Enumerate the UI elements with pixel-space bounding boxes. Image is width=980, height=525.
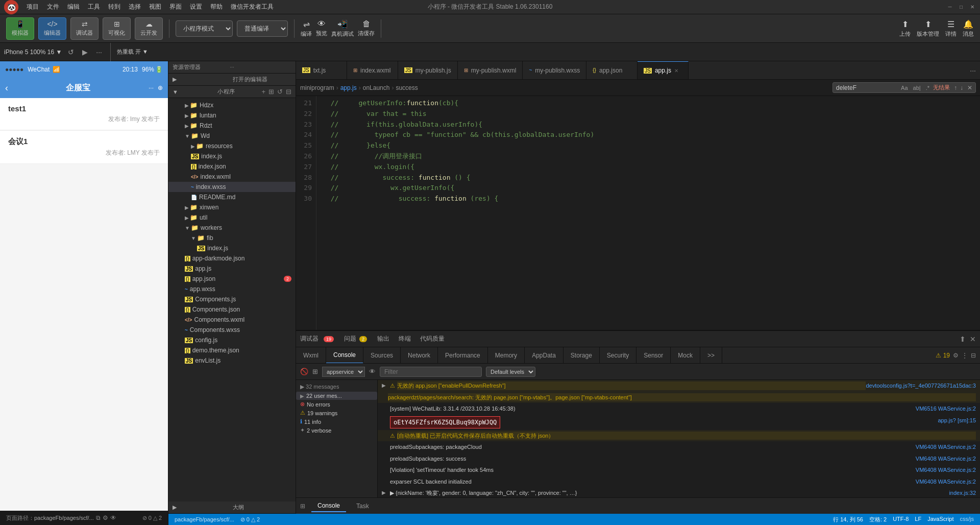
refresh-button[interactable]: ↺	[277, 88, 283, 96]
console-link-highlighted[interactable]: app.js? [sm]:15	[938, 416, 976, 425]
tab-my-publish-wxss[interactable]: ~ my-publish.wxss	[523, 61, 586, 80]
tree-item-wd-index-json[interactable]: {} index.json	[168, 161, 296, 172]
tree-item-config-js[interactable]: JS config.js	[168, 335, 296, 345]
tab-my-publish-wxml[interactable]: ⊞ my-publish.wxml	[458, 61, 523, 80]
console-tab-console[interactable]: Console	[311, 500, 346, 512]
copy-path-button[interactable]: ⧉	[96, 514, 101, 521]
panel-tab-sensor[interactable]: Sensor	[636, 347, 671, 364]
reload-button[interactable]: ↺	[66, 47, 76, 57]
more-button[interactable]: ···	[94, 47, 104, 57]
tree-item-app-darkmode[interactable]: {} app-darkmode.json	[168, 253, 296, 264]
breadcrumb-success[interactable]: success	[396, 84, 418, 91]
panel-tab-storage[interactable]: Storage	[564, 347, 600, 364]
close-button[interactable]: ✕	[969, 4, 976, 11]
code-content[interactable]: // getUserInfo:function(cb){ // var that…	[316, 96, 980, 330]
menu-settings[interactable]: 设置	[190, 3, 202, 11]
menu-interface[interactable]: 界面	[169, 3, 182, 11]
tree-item-wd-index-wxss[interactable]: ~ index.wxss	[168, 182, 296, 192]
panel-tab-wxml[interactable]: Wxml	[296, 347, 326, 364]
summary-no-errors[interactable]: ⊗ No errors	[296, 400, 377, 409]
page-preview-button[interactable]: 👁	[110, 514, 116, 521]
tree-item-fib-index-js[interactable]: JS index.js	[168, 243, 296, 253]
new-folder-button[interactable]: ⊞	[268, 88, 274, 96]
resource-manager-header[interactable]: 资源管理器 ···	[168, 61, 296, 74]
tree-item-hdzx[interactable]: ▶ 📁 Hdzx	[168, 100, 296, 110]
real-debug-button[interactable]: 📲 真机调试	[331, 19, 354, 38]
panel-tab-console[interactable]: Console	[326, 347, 363, 364]
preview-button[interactable]: 👁 预览	[316, 19, 327, 37]
nav-more[interactable]: ⊕	[158, 84, 163, 91]
clear-cache-button[interactable]: 🗑 清缓存	[358, 19, 375, 37]
panel-tab-sources[interactable]: Sources	[363, 347, 401, 364]
console-toggle-button[interactable]: ⊞	[312, 368, 318, 375]
tab-app-js[interactable]: JS app.js ✕	[638, 61, 689, 80]
menu-select[interactable]: 选择	[129, 3, 141, 11]
play-button[interactable]: ▶	[80, 47, 90, 57]
open-editors-section[interactable]: ▶ 打开的编辑器	[168, 74, 296, 86]
tree-item-app-json[interactable]: {} app.json 2	[168, 274, 296, 284]
menu-project[interactable]: 项目	[27, 3, 39, 11]
search-word-btn[interactable]: ab|	[912, 84, 922, 91]
status-spaces[interactable]: 空格: 2	[869, 516, 887, 523]
nav-menu[interactable]: ···	[149, 84, 154, 91]
search-case-btn[interactable]: Aa	[899, 84, 909, 91]
panel-tab-performance[interactable]: Performance	[438, 347, 488, 364]
menu-help[interactable]: 帮助	[210, 3, 223, 11]
console-link-violation[interactable]: VM6408 WAService.js:2	[916, 466, 976, 474]
expand-nickname[interactable]: ▶	[382, 489, 388, 496]
phone-item-2[interactable]: 会议1 发布者: LMY 发布于	[0, 131, 168, 164]
tree-item-fib[interactable]: ▼ 📁 fib	[168, 233, 296, 243]
tree-item-app-wxss[interactable]: ~ app.wxss	[168, 284, 296, 294]
status-line-col[interactable]: 行 14, 列 56	[833, 516, 863, 523]
compile-selector[interactable]: 普通编译	[237, 20, 288, 37]
phone-item-1[interactable]: test1 发布者: lmy 发布于	[0, 98, 168, 130]
context-selector[interactable]: appservice	[322, 367, 365, 377]
tree-item-luntan[interactable]: ▶ 📁 luntan	[168, 110, 296, 121]
tree-item-components-wxss[interactable]: ~ Components.wxss	[168, 325, 296, 335]
cloud-button[interactable]: ☁ 云开发	[135, 17, 163, 40]
tab-my-publish-js[interactable]: JS my-publish.js	[398, 61, 458, 80]
console-bottom-toggle[interactable]: ⊞	[300, 503, 305, 510]
tab-app-json[interactable]: {} app.json	[586, 61, 638, 80]
tree-item-envlist-js[interactable]: JS envList.js	[168, 355, 296, 366]
console-level-select[interactable]: Default levels	[486, 367, 535, 377]
devtools-close-panel-button[interactable]: ✕	[970, 335, 976, 343]
panel-tab-network[interactable]: Network	[401, 347, 438, 364]
console-clear-button[interactable]: 🚫	[300, 368, 308, 375]
console-link-warn-1[interactable]: devtoolsconfig.js?t=_4e007726671a15dac:3	[866, 381, 976, 390]
tab-txt-js[interactable]: JS txt.js	[296, 61, 347, 80]
breadcrumb-appjs[interactable]: app.js	[340, 84, 357, 91]
detail-button[interactable]: ☰ 详情	[945, 19, 957, 38]
console-link-nickname[interactable]: index.js:32	[949, 489, 976, 497]
tree-item-app-js[interactable]: JS app.js	[168, 264, 296, 274]
console-link-preload-success[interactable]: VM6408 WAService.js:2	[916, 455, 976, 463]
panel-tab-memory[interactable]: Memory	[488, 347, 525, 364]
menu-edit[interactable]: 编辑	[67, 3, 80, 11]
search-next-button[interactable]: ↓	[960, 84, 963, 91]
tree-item-util[interactable]: ▶ 📁 util	[168, 212, 296, 223]
console-eye-button[interactable]: 👁	[369, 368, 376, 375]
tree-item-wd-index-js[interactable]: JS index.js	[168, 151, 296, 161]
breadcrumb-miniprogram[interactable]: miniprogram	[300, 84, 334, 91]
breadcrumb-onlaunch[interactable]: onLaunch	[363, 84, 390, 91]
tree-item-resources[interactable]: ▶ 📁 resources	[168, 141, 296, 151]
mode-selector[interactable]: 小程序模式	[176, 20, 233, 37]
menu-goto[interactable]: 转到	[108, 3, 120, 11]
tree-item-components-wxml[interactable]: </> Components.wxml	[168, 315, 296, 325]
new-file-button[interactable]: +	[261, 88, 265, 96]
menu-wx-devtools[interactable]: 微信开发者工具	[231, 3, 274, 11]
tabs-overflow-button[interactable]: ···	[970, 66, 976, 75]
panel-tab-mock[interactable]: Mock	[671, 347, 700, 364]
tree-item-readme[interactable]: 📄 README.md	[168, 192, 296, 202]
upload-button[interactable]: ⬆ 上传	[899, 19, 911, 38]
panel-dock-button[interactable]: ⊟	[971, 352, 976, 359]
device-select[interactable]: iPhone 5 100% 16 ▼	[4, 49, 62, 56]
search-regex-btn[interactable]: .*	[924, 84, 931, 91]
panel-tab-appdata[interactable]: AppData	[525, 347, 564, 364]
expand-warn-1[interactable]: ▶	[382, 381, 388, 389]
mini-program-section[interactable]: ▼ 小程序 + ⊞ ↺ ⊟	[168, 86, 296, 98]
console-link-exparser[interactable]: VM6408 WAService.js:2	[916, 478, 976, 486]
simulator-button[interactable]: 📱 模拟器	[6, 17, 34, 40]
console-filter-input[interactable]	[380, 367, 482, 377]
search-close-button[interactable]: ✕	[967, 84, 972, 91]
